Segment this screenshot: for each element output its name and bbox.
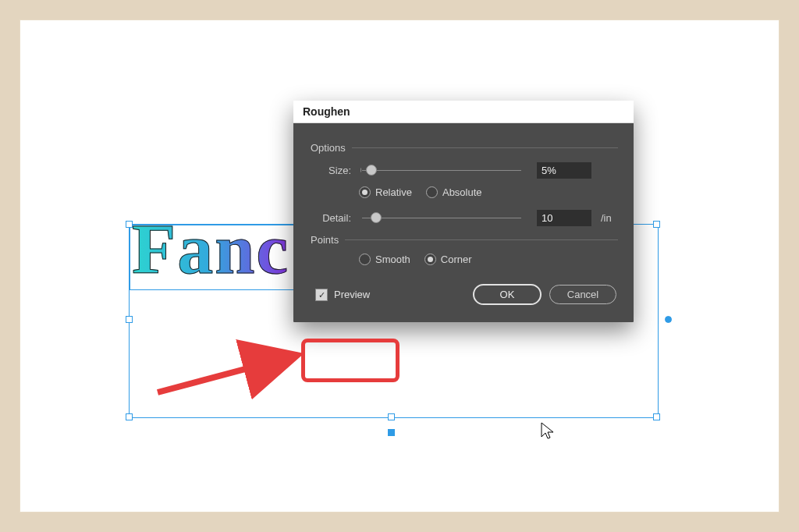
size-slider[interactable] bbox=[357, 161, 526, 179]
detail-label: Detail: bbox=[315, 212, 351, 224]
section-divider bbox=[345, 239, 618, 240]
artwork-text: Fanc bbox=[132, 215, 289, 283]
detail-row: Detail: /in bbox=[315, 209, 618, 226]
detail-unit: /in bbox=[601, 212, 618, 224]
size-row: Size: bbox=[315, 161, 618, 179]
selection-center-handle[interactable] bbox=[388, 429, 395, 436]
size-label: Size: bbox=[315, 165, 351, 176]
smooth-radio[interactable]: Smooth bbox=[359, 254, 410, 265]
checkmark-icon: ✓ bbox=[315, 289, 328, 301]
corner-radio[interactable]: Corner bbox=[424, 254, 472, 265]
detail-input[interactable] bbox=[537, 210, 591, 226]
roughen-dialog: Roughen Options Size: Rela bbox=[293, 101, 634, 322]
absolute-radio[interactable]: Absolute bbox=[426, 186, 482, 198]
selection-handle[interactable] bbox=[653, 413, 660, 420]
radio-dot-icon bbox=[359, 254, 371, 265]
corner-label: Corner bbox=[441, 254, 472, 265]
mouse-cursor-icon bbox=[540, 421, 556, 442]
preview-label: Preview bbox=[334, 289, 370, 300]
selection-handle[interactable] bbox=[653, 221, 660, 228]
selection-rotate-handle[interactable] bbox=[665, 316, 672, 323]
cancel-button[interactable]: Cancel bbox=[549, 285, 616, 304]
detail-slider[interactable] bbox=[357, 209, 526, 226]
relative-radio[interactable]: Relative bbox=[359, 186, 412, 198]
annotation-arrow-icon bbox=[151, 338, 320, 405]
radio-dot-icon bbox=[359, 186, 371, 198]
selection-handle[interactable] bbox=[126, 316, 133, 323]
ok-button[interactable]: OK bbox=[473, 284, 542, 305]
selection-handle[interactable] bbox=[126, 413, 133, 420]
preview-checkbox[interactable]: ✓ Preview bbox=[315, 289, 396, 301]
radio-dot-icon bbox=[424, 254, 436, 265]
selection-handle[interactable] bbox=[126, 221, 133, 228]
annotation-highlight bbox=[301, 339, 400, 382]
relative-label: Relative bbox=[375, 186, 412, 198]
points-section-label: Points bbox=[311, 234, 339, 246]
svg-line-0 bbox=[158, 355, 298, 392]
size-input[interactable] bbox=[537, 162, 591, 179]
dialog-title[interactable]: Roughen bbox=[293, 101, 634, 123]
section-divider bbox=[352, 147, 618, 148]
absolute-label: Absolute bbox=[442, 186, 482, 198]
smooth-label: Smooth bbox=[375, 254, 410, 265]
options-section-label: Options bbox=[311, 142, 346, 154]
selection-handle[interactable] bbox=[388, 413, 395, 420]
radio-dot-icon bbox=[426, 186, 438, 198]
